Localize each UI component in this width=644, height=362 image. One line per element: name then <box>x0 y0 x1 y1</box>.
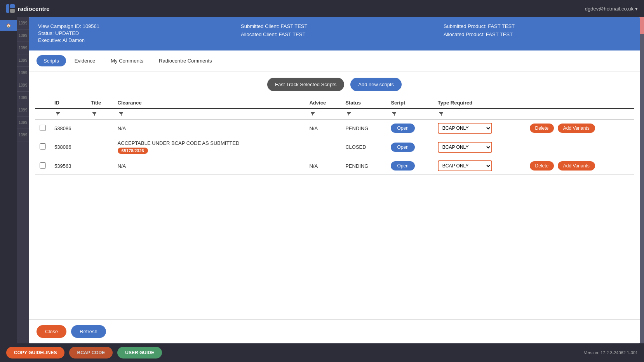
tab-my-comments[interactable]: My Comments <box>104 55 150 66</box>
left-sidebar: 🏠 <box>0 17 17 343</box>
refresh-button[interactable]: Refresh <box>71 325 106 338</box>
row1-delete-button[interactable]: Delete <box>530 124 554 133</box>
topbar-user[interactable]: dgdev@hotmail.co.uk ▾ <box>585 6 638 12</box>
filter-id-col <box>50 108 87 120</box>
filter-script-col <box>387 108 433 120</box>
filter-title-icon[interactable] <box>91 110 98 117</box>
filter-advice-col <box>305 108 341 120</box>
row2-status: CLOSED <box>341 137 387 157</box>
fast-track-button[interactable]: Fast Track Selected Scripts <box>267 78 344 91</box>
filter-clearance-icon[interactable] <box>118 110 125 117</box>
topbar-logo: radiocentre <box>6 4 50 13</box>
row3-advice: N/A <box>305 157 341 175</box>
tab-evidence[interactable]: Evidence <box>68 55 102 66</box>
campaign-id-label: View Campaign ID: 109561 <box>38 23 225 29</box>
filter-script-icon[interactable] <box>391 110 398 117</box>
submitted-product-label: Submitted Product: FAST TEST <box>444 23 631 29</box>
row3-title <box>87 157 114 175</box>
row1-title <box>87 120 114 137</box>
action-bar: Close Refresh <box>29 319 640 343</box>
row3-type-select[interactable]: BCAP ONLY BCAP + CAP CAP ONLY <box>438 160 492 171</box>
table-row: 538086 N/A N/A PENDING Open BCAP ONLY BC… <box>35 120 634 137</box>
close-button[interactable]: Close <box>37 325 66 338</box>
add-new-scripts-button[interactable]: Add new scripts <box>350 78 402 91</box>
row3-script-cell: Open <box>387 157 433 175</box>
col-actions <box>526 97 634 108</box>
sidebar-row-id-6: 1099 <box>17 79 29 92</box>
row2-title <box>87 137 114 157</box>
svg-rect-2 <box>10 9 15 13</box>
allocated-product-label: Allocated Product: FAST TEST <box>444 31 631 37</box>
row1-type-cell: BCAP ONLY BCAP + CAP CAP ONLY <box>434 120 526 137</box>
scripts-table-container[interactable]: ID Title Clearance Advice Status Script … <box>29 97 640 319</box>
filter-status-col <box>341 108 387 120</box>
col-type-required: Type Required <box>434 97 526 108</box>
sidebar-row-id-10: 1099 <box>17 129 29 141</box>
row2-clearance-text: ACCEPTABLE UNDER BCAP CODE AS SUBMITTED <box>118 140 302 146</box>
row3-checkbox-cell <box>35 157 50 175</box>
allocated-client-label: Allocated Client: FAST TEST <box>241 31 428 37</box>
logo-icon <box>6 4 15 13</box>
user-dropdown-icon[interactable]: ▾ <box>635 6 638 12</box>
table-header-row: ID Title Clearance Advice Status Script … <box>35 97 634 108</box>
row2-type-cell: BCAP ONLY BCAP + CAP CAP ONLY <box>434 137 526 157</box>
filter-status-icon[interactable] <box>345 110 352 117</box>
row2-script-cell: Open <box>387 137 433 157</box>
filter-type-col <box>434 108 526 120</box>
sidebar-row-id-9: 1099 <box>17 117 29 129</box>
campaign-executive-label: Executive: Al Damon <box>38 37 225 43</box>
campaign-header-left: View Campaign ID: 109561 Status: UPDATED… <box>38 23 225 44</box>
row3-type-cell: BCAP ONLY BCAP + CAP CAP ONLY <box>434 157 526 175</box>
sidebar-row-id-4: 1099 <box>17 54 29 67</box>
row1-id: 538086 <box>50 120 87 137</box>
copy-guidelines-button[interactable]: COPY GUIDELINES <box>6 347 64 359</box>
campaign-modal: View Campaign ID: 109561 Status: UPDATED… <box>29 17 640 343</box>
row1-open-button[interactable]: Open <box>391 124 414 133</box>
filter-row <box>35 108 634 120</box>
sidebar-row-id-5: 1099 <box>17 67 29 79</box>
user-guide-button[interactable]: USER GUIDE <box>117 347 162 359</box>
filter-id-icon[interactable] <box>54 110 61 117</box>
sidebar-item-home[interactable]: 🏠 <box>0 20 17 31</box>
row1-add-variants-button[interactable]: Add Variants <box>558 124 595 133</box>
row1-checkbox[interactable] <box>40 125 46 131</box>
row3-checkbox[interactable] <box>40 162 46 169</box>
bcap-code-button[interactable]: BCAP CODE <box>69 347 113 359</box>
row1-script-cell: Open <box>387 120 433 137</box>
row3-delete-button[interactable]: Delete <box>530 161 554 171</box>
filter-advice-icon[interactable] <box>309 110 316 117</box>
row3-add-variants-button[interactable]: Add Variants <box>558 161 595 171</box>
svg-rect-0 <box>6 4 9 13</box>
row2-open-button[interactable]: Open <box>391 143 414 152</box>
sidebar-row-id-3: 1099 <box>17 42 29 54</box>
row2-checkbox[interactable] <box>40 143 46 150</box>
tabs-container: Scripts Evidence My Comments Radiocentre… <box>29 50 640 71</box>
row2-id: 538086 <box>50 137 87 157</box>
col-clearance: Clearance <box>114 97 306 108</box>
row2-type-select[interactable]: BCAP ONLY BCAP + CAP CAP ONLY <box>438 142 492 153</box>
row1-type-select[interactable]: BCAP ONLY BCAP + CAP CAP ONLY <box>438 123 492 134</box>
toolbar: Fast Track Selected Scripts Add new scri… <box>29 71 640 97</box>
row2-clearance-badge: 65178/2326 <box>118 148 148 154</box>
row2-advice <box>305 137 341 157</box>
footer-buttons: COPY GUIDELINES BCAP CODE USER GUIDE <box>6 347 162 359</box>
row1-status: PENDING <box>341 120 387 137</box>
sidebar-row-id-7: 1099 <box>17 92 29 104</box>
table-row: 538086 ACCEPTABLE UNDER BCAP CODE AS SUB… <box>35 137 634 157</box>
col-script: Script <box>387 97 433 108</box>
col-checkbox <box>35 97 50 108</box>
tab-radiocentre-comments[interactable]: Radiocentre Comments <box>152 55 219 66</box>
table-row: 539563 N/A N/A PENDING Open BCAP ONLY BC… <box>35 157 634 175</box>
sidebar-table-rows: 1099 1099 1099 1099 1099 1099 1099 1099 … <box>17 17 29 343</box>
row3-open-button[interactable]: Open <box>391 161 414 171</box>
logo-text: radiocentre <box>18 5 50 12</box>
filter-checkbox-col <box>35 108 50 120</box>
row3-id: 539563 <box>50 157 87 175</box>
tab-scripts[interactable]: Scripts <box>37 55 66 66</box>
row1-checkbox-cell <box>35 120 50 137</box>
row2-checkbox-cell <box>35 137 50 157</box>
version-label: Version: 17.2.3-24062 1-001 <box>584 350 638 355</box>
filter-type-icon[interactable] <box>438 110 445 117</box>
row1-advice: N/A <box>305 120 341 137</box>
scripts-table: ID Title Clearance Advice Status Script … <box>35 97 634 175</box>
